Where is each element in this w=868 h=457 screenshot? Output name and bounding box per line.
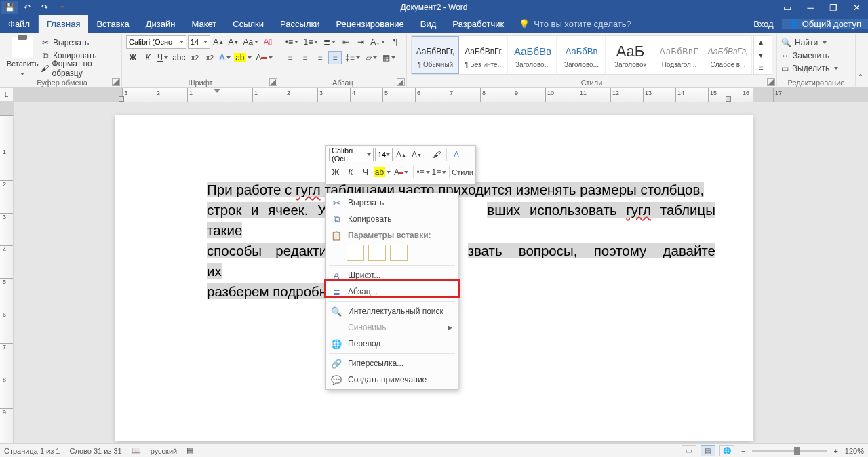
tell-me-box[interactable]: 💡 Что вы хотите сделать?	[512, 15, 638, 33]
align-center-button[interactable]: ≡	[298, 51, 312, 64]
borders-button[interactable]: ▦	[380, 51, 397, 64]
status-words[interactable]: Слово 31 из 31	[69, 447, 121, 455]
tab-layout[interactable]: Макет	[183, 15, 224, 33]
tab-file[interactable]: Файл	[0, 15, 39, 33]
style-heading1[interactable]: АаБбВвЗаголово...	[509, 36, 557, 74]
align-right-button[interactable]: ≡	[313, 51, 327, 64]
italic-button[interactable]: К	[141, 51, 155, 64]
minimize-button[interactable]: ─	[799, 0, 822, 15]
ctx-smart-lookup[interactable]: 🔍Интеллектуальный поиск	[326, 303, 458, 319]
strike-button[interactable]: abc	[171, 51, 186, 64]
status-macro-icon[interactable]: ▤	[186, 446, 193, 455]
sort-button[interactable]: A↓	[369, 35, 388, 49]
underline-button[interactable]: Ч	[156, 51, 170, 64]
redo-button[interactable]: ↷	[37, 1, 53, 14]
mini-numbering[interactable]: 1≡	[431, 165, 446, 179]
indent-button[interactable]: ⇥	[354, 35, 368, 49]
mini-bullets[interactable]: •≡	[416, 165, 430, 179]
mini-font-combo[interactable]: Calibri (Осн	[329, 148, 374, 161]
document-text[interactable]: При работе с гугл таблицами часто приход…	[207, 180, 715, 302]
styles-gallery[interactable]: АаБбВвГг,¶ Обычный АаБбВвГг,¶ Без инте..…	[411, 35, 772, 75]
tab-home[interactable]: Главная	[39, 15, 88, 33]
multilevel-button[interactable]: ≣	[321, 35, 338, 49]
clipboard-launcher[interactable]	[112, 78, 120, 86]
zoom-in-button[interactable]: +	[831, 447, 840, 455]
font-launcher[interactable]	[269, 78, 277, 86]
tab-mailings[interactable]: Рассылки	[272, 15, 328, 33]
vertical-ruler[interactable]: 123456789	[0, 102, 14, 443]
tab-selector[interactable]: L	[0, 88, 14, 102]
styles-launcher[interactable]	[767, 78, 775, 86]
qat-customize[interactable]	[54, 1, 71, 14]
tab-developer[interactable]: Разработчик	[444, 15, 512, 33]
style-heading2[interactable]: АаБбВвЗаголово...	[558, 36, 606, 74]
subscript-button[interactable]: x2	[188, 51, 201, 64]
mini-underline[interactable]: Ч	[359, 165, 372, 179]
status-language[interactable]: русский	[151, 447, 177, 455]
numbering-button[interactable]: 1≡	[302, 35, 320, 49]
ctx-synonyms[interactable]: Синонимы▶	[326, 319, 458, 336]
signin-button[interactable]: Вход	[745, 19, 781, 29]
shrink-font-button[interactable]: A▼	[226, 35, 240, 49]
bullets-button[interactable]: •≡	[283, 35, 300, 49]
styles-scroll-down[interactable]: ▾	[754, 49, 768, 62]
style-title[interactable]: АаБЗаголовок	[607, 36, 654, 74]
clear-format-button[interactable]: A⃠	[261, 35, 275, 49]
styles-expand[interactable]: ≡	[754, 61, 768, 74]
zoom-out-button[interactable]: −	[738, 447, 748, 455]
font-size-combo[interactable]: 14	[188, 35, 210, 49]
paste-button[interactable]: Вставить	[7, 35, 38, 77]
view-web-button[interactable]: 🌐	[719, 445, 734, 456]
font-name-combo[interactable]: Calibri (Осно	[126, 35, 186, 49]
style-normal[interactable]: АаБбВвГг,¶ Обычный	[412, 36, 459, 74]
tab-review[interactable]: Рецензирование	[328, 15, 412, 33]
mini-clear[interactable]: A	[450, 148, 463, 161]
ctx-translate[interactable]: 🌐Перевод	[326, 336, 458, 352]
save-button[interactable]: 💾	[1, 1, 18, 14]
cut-button[interactable]: ✂Вырезать	[41, 37, 117, 49]
zoom-slider[interactable]	[752, 450, 827, 452]
mini-format-painter[interactable]: 🖌	[430, 148, 443, 161]
ctx-comment[interactable]: 💬Создать примечание	[326, 372, 458, 388]
mini-font-color[interactable]: A	[392, 165, 410, 179]
mini-grow-font[interactable]: A▲	[394, 148, 408, 161]
highlight-button[interactable]: ab	[233, 51, 253, 64]
zoom-value[interactable]: 120%	[845, 447, 864, 455]
format-painter-button[interactable]: 🖌Формат по образцу	[41, 62, 117, 75]
shading-button[interactable]: ▱	[363, 51, 379, 64]
show-marks-button[interactable]: ¶	[389, 35, 402, 49]
justify-button[interactable]: ≡	[328, 51, 342, 64]
mini-bold[interactable]: Ж	[329, 165, 342, 179]
grow-font-button[interactable]: A▲	[212, 35, 225, 49]
replace-button[interactable]: ↔Заменить	[781, 49, 851, 62]
mini-highlight[interactable]: ab	[374, 165, 391, 179]
horizontal-ruler[interactable]: 3211234567891011121314151617	[14, 88, 868, 102]
select-button[interactable]: ▭Выделить	[781, 62, 851, 75]
mini-styles[interactable]: Стили	[452, 165, 473, 179]
font-color-button[interactable]: A	[254, 51, 275, 64]
line-spacing-button[interactable]: ‡≡	[343, 51, 362, 64]
change-case-button[interactable]: Aa	[242, 35, 260, 49]
collapse-ribbon-button[interactable]: ˄	[854, 71, 867, 85]
status-proofing-icon[interactable]: 📖	[132, 446, 141, 455]
ctx-copy[interactable]: ⧉Копировать	[326, 211, 458, 227]
paragraph-launcher[interactable]	[397, 78, 405, 86]
undo-button[interactable]: ↶	[19, 1, 35, 14]
tab-references[interactable]: Ссылки	[224, 15, 272, 33]
mini-italic[interactable]: К	[344, 165, 357, 179]
close-button[interactable]: ✕	[845, 0, 868, 15]
paste-merge-button[interactable]	[368, 245, 386, 261]
find-button[interactable]: 🔍Найти	[781, 37, 851, 49]
align-left-button[interactable]: ≡	[283, 51, 297, 64]
styles-scroll-up[interactable]: ▴	[754, 36, 768, 49]
share-button[interactable]: 👤 Общий доступ	[782, 19, 868, 29]
maximize-button[interactable]: ❐	[822, 0, 845, 15]
mini-shrink-font[interactable]: A▼	[410, 148, 424, 161]
view-print-button[interactable]: ▤	[701, 445, 715, 456]
view-read-button[interactable]: ▭	[682, 445, 696, 456]
bold-button[interactable]: Ж	[126, 51, 140, 64]
ctx-cut[interactable]: ✂Вырезать	[326, 195, 458, 211]
status-page[interactable]: Страница 1 из 1	[4, 447, 60, 455]
tab-view[interactable]: Вид	[412, 15, 445, 33]
superscript-button[interactable]: x2	[203, 51, 216, 64]
